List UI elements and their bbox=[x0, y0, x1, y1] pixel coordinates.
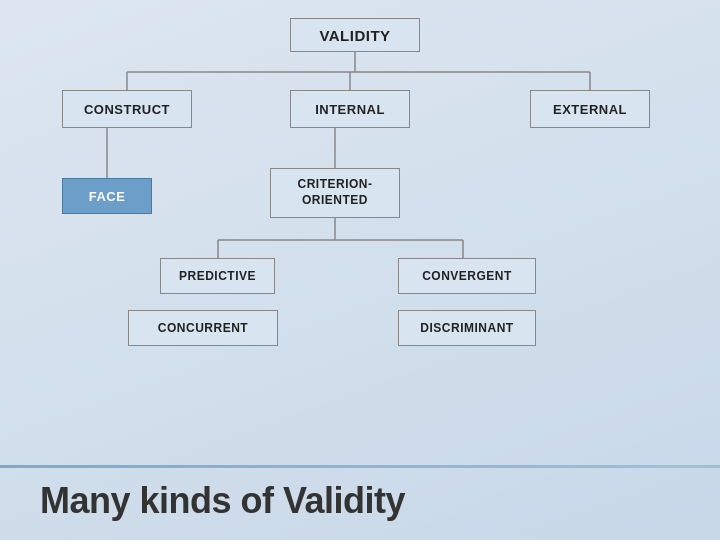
external-node: EXTERNAL bbox=[530, 90, 650, 128]
face-node: FACE bbox=[62, 178, 152, 214]
validity-node: VALIDITY bbox=[290, 18, 420, 52]
internal-node: INTERNAL bbox=[290, 90, 410, 128]
slide: VALIDITY CONSTRUCT INTERNAL EXTERNAL FAC… bbox=[0, 0, 720, 540]
bottom-title: Many kinds of Validity bbox=[40, 480, 405, 522]
criterion-oriented-node: CRITERION-ORIENTED bbox=[270, 168, 400, 218]
bottom-separator bbox=[0, 465, 720, 468]
concurrent-node: CONCURRENT bbox=[128, 310, 278, 346]
construct-node: CONSTRUCT bbox=[62, 90, 192, 128]
predictive-node: PREDICTIVE bbox=[160, 258, 275, 294]
discriminant-node: DISCRIMINANT bbox=[398, 310, 536, 346]
convergent-node: CONVERGENT bbox=[398, 258, 536, 294]
